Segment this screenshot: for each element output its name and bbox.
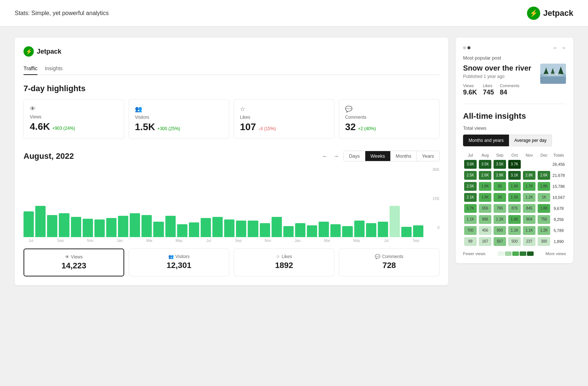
x-label-Nov: Nov — [83, 239, 97, 243]
total-card-visitors[interactable]: 👥 Visitors 12,301 — [129, 249, 229, 276]
right-panel: ← → Most popular post Snow over the rive… — [456, 37, 573, 263]
tab-insights[interactable]: Insights — [45, 62, 62, 75]
views-label: Views — [30, 114, 118, 119]
total-card-likes[interactable]: ☆ Likes 1892 — [234, 249, 334, 276]
total-card-views[interactable]: 👁 Views 14,223 — [24, 249, 124, 276]
chart-bar-20[interactable] — [260, 223, 270, 237]
period-btn-weeks[interactable]: Weeks — [365, 151, 391, 161]
heatmap-cell-7-3: 500 — [507, 236, 522, 247]
panel-prev-arrow[interactable]: ← — [553, 45, 558, 51]
chart-bar-7[interactable] — [106, 218, 116, 237]
chart-bar-3[interactable] — [59, 213, 69, 237]
period-btn-months[interactable]: Months — [391, 151, 417, 161]
stat-cards: 👁 Views 4.6K +903 (24%) 👥 Visitors 1.5K … — [24, 99, 440, 139]
chart-bar-11[interactable] — [153, 222, 164, 237]
chart-next-arrow[interactable]: → — [331, 152, 340, 160]
chart-bar-10[interactable] — [141, 215, 152, 237]
chart-bar-24[interactable] — [307, 225, 317, 237]
popular-stat-comments-label: Comments — [500, 83, 519, 88]
chart-bar-26[interactable] — [330, 224, 341, 237]
chart-bar-22[interactable] — [283, 226, 294, 237]
popular-post-title: Snow over the river — [463, 64, 531, 72]
heatmap-col-jul: Jul — [463, 151, 478, 159]
chart-bar-33[interactable] — [413, 225, 423, 237]
chart-bar-1[interactable] — [35, 206, 46, 237]
period-btn-days[interactable]: Days — [344, 151, 365, 161]
visitors-label: Visitors — [135, 115, 223, 120]
total-views-icon: 👁 — [65, 254, 69, 260]
heatmap-cell-6-0: 700 — [463, 225, 478, 236]
panel-next-arrow[interactable]: → — [561, 45, 566, 51]
chart-bar-21[interactable] — [272, 217, 282, 237]
x-label-Nov: Nov — [261, 239, 275, 243]
heatmap-col-aug: Aug — [478, 151, 492, 159]
chart-bar-8[interactable] — [118, 216, 128, 237]
legend-swatch-2 — [505, 251, 512, 256]
chart-bar-5[interactable] — [83, 219, 93, 237]
visitors-number: 1.5K — [135, 121, 155, 133]
jetpack-logo-text: Jetpack — [543, 8, 573, 18]
heatmap-cell-4-6: 9,678 — [551, 203, 566, 214]
chart-bar-17[interactable] — [224, 219, 234, 237]
chart-bar-4[interactable] — [71, 217, 81, 237]
likes-icon: ☆ — [240, 106, 328, 112]
dot-2 — [467, 46, 470, 49]
popular-stat-views: Views 9.6K — [463, 83, 477, 96]
toggle-avg-per-day[interactable]: Average per day — [509, 135, 552, 146]
total-views-section-label: Total views — [463, 125, 566, 131]
period-btn-years[interactable]: Years — [417, 151, 439, 161]
chart-bar-23[interactable] — [295, 223, 305, 237]
toggle-months-years[interactable]: Months and years — [463, 135, 509, 146]
popular-post-content: Snow over the river Published 1 year ago… — [463, 64, 566, 96]
heatmap-col-dec: Dec — [537, 151, 551, 159]
chart-prev-arrow[interactable]: ← — [320, 152, 329, 160]
visitors-icon: 👥 — [135, 106, 223, 112]
heatmap-cell-6-3: 1.1K — [507, 225, 522, 236]
total-likes-icon: ☆ — [276, 254, 280, 259]
chart-bar-0[interactable] — [24, 211, 34, 237]
heatmap-col-nov: Nov — [522, 151, 537, 159]
chart-y-axis: 30K 15K 0 — [425, 167, 440, 230]
chart-bar-18[interactable] — [236, 221, 246, 237]
chart-bar-16[interactable] — [212, 217, 223, 237]
toggle-buttons: Months and years Average per day — [463, 135, 566, 146]
chart-x-labels: JulSepNovJanMarMayJulSepNovJanMarMayJulS… — [24, 239, 440, 243]
chart-bar-6[interactable] — [94, 219, 105, 237]
chart-bar-27[interactable] — [342, 226, 352, 237]
heatmap-row-0: 3.6K3.5K3.5K3.7K26,456 — [463, 159, 566, 170]
chart-bar-13[interactable] — [177, 224, 187, 237]
total-card-comments[interactable]: 💬 Comments 728 — [339, 249, 440, 276]
x-label-Mar: Mar — [320, 239, 334, 243]
chart-bar-30[interactable] — [378, 222, 388, 237]
chart-bar-29[interactable] — [366, 223, 376, 237]
heatmap-cell-2-0: 2.5K — [463, 181, 478, 192]
heatmap-cell-6-2: 900 — [492, 225, 507, 236]
visitors-value: 1.5K +300 (25%) — [135, 121, 223, 133]
chart-bar-19[interactable] — [248, 221, 258, 237]
popular-stat-comments-value: 84 — [500, 89, 519, 96]
chart-bar-31[interactable] — [390, 206, 400, 237]
heatmap-row-2: 2.5K1.8K2K1.8K1.7K1.8K15,786 — [463, 181, 566, 192]
chart-bar-14[interactable] — [189, 222, 199, 237]
visitors-change: +300 (25%) — [157, 126, 180, 131]
heatmap-cell-1-6: 21,678 — [551, 170, 566, 181]
chart-bar-28[interactable] — [354, 221, 365, 237]
x-label-May: May — [172, 239, 186, 243]
chart-bar-32[interactable] — [401, 227, 412, 237]
chart-bar-15[interactable] — [201, 218, 211, 237]
period-buttons: Days Weeks Months Years — [343, 151, 440, 161]
chart-bar-2[interactable] — [47, 215, 57, 237]
tab-traffic[interactable]: Traffic — [24, 62, 37, 75]
legend-fewer-label: Fewer views — [463, 251, 485, 256]
chart-bar-12[interactable] — [165, 216, 176, 237]
x-label-Jan: Jan — [112, 239, 127, 243]
heatmap-cell-0-6: 26,456 — [551, 159, 566, 170]
dot-group — [463, 46, 470, 49]
likes-label: Likes — [240, 115, 328, 120]
chart-bar-9[interactable] — [130, 213, 140, 237]
popular-post-info: Snow over the river Published 1 year ago… — [463, 64, 531, 96]
heatmap-cell-2-2: 2K — [492, 181, 507, 192]
chart-bar-25[interactable] — [319, 222, 329, 237]
chart-bars — [24, 167, 440, 237]
likes-number: 107 — [240, 121, 256, 133]
